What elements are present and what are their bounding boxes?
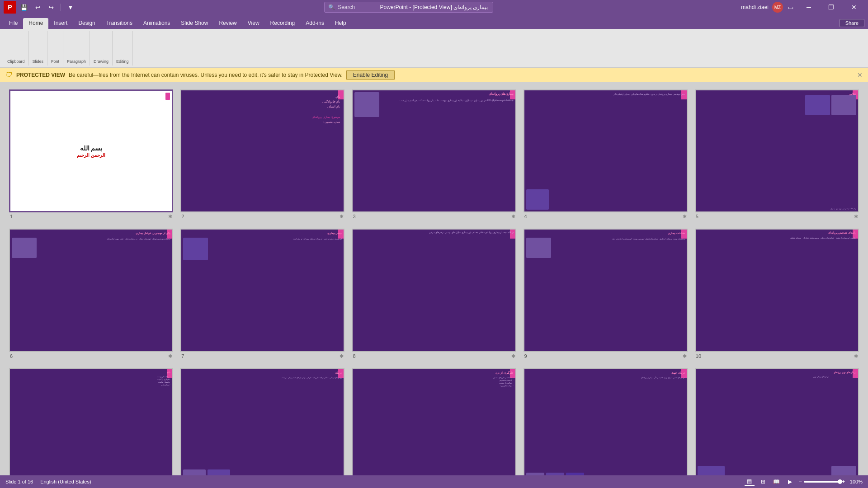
search-icon: 🔍 xyxy=(328,4,335,10)
star-mark: ✱ xyxy=(683,214,687,220)
slide1-calligraphy: بسم الله الرحمن الرحیم xyxy=(77,145,105,158)
powerpoint-icon: P xyxy=(4,1,16,14)
tab-slideshow[interactable]: Slide Show xyxy=(175,18,213,29)
slide-item[interactable]: در ادامه بحث از بیماری پروانه‌ای · علائم… xyxy=(352,229,516,359)
close-button[interactable]: ✕ xyxy=(844,0,864,14)
slide-thumbnail[interactable]: در ادامه بحث از بیماری پروانه‌ای · علائم… xyxy=(352,229,516,352)
slide-number-row: 4 ✱ xyxy=(524,214,688,220)
slide-number: 2 xyxy=(181,214,184,220)
tab-insert[interactable]: Insert xyxy=(48,18,73,29)
slide-item[interactable]: نام :نام خانوادگی :نام استاد : موضوع: بی… xyxy=(180,89,344,220)
slide-thumbnail[interactable]: متن توضیحی بیماری پروانه‌ای در مورد علائ… xyxy=(524,89,688,212)
protected-bar-close[interactable]: ✕ xyxy=(857,71,863,79)
slide-thumbnail[interactable]: جلوگیری از درد · استفاده از داروهای مسکن… xyxy=(352,368,516,475)
restore-button[interactable]: ❐ xyxy=(821,0,842,14)
tab-home[interactable]: Home xyxy=(23,18,48,29)
slide-thumbnail[interactable]: درمان‌های نوین پروانه‌ای درمان‌های ژنتیک… xyxy=(695,368,859,475)
slide-thumbnail[interactable]: راه‌های تشخیص پروانه‌ای تشخیص این بیماری… xyxy=(695,229,859,352)
zoom-in-button[interactable]: + xyxy=(842,479,845,485)
tab-view[interactable]: View xyxy=(242,18,265,29)
slide-thumbnail[interactable]: درمان جهت درمان‌های حمایتی · برای بهبود … xyxy=(524,368,688,475)
slide-sorter-button[interactable]: ⊞ xyxy=(758,478,768,486)
slide-item[interactable]: بیماری‌های پروانه‌ای E.B · (Epidermolysi… xyxy=(352,89,516,220)
slide-thumbnail[interactable]: حکایی توضیحات بیشتر در مورد این بیماری xyxy=(695,89,859,212)
slide-item[interactable]: درمان جهت درمان‌های حمایتی · برای بهبود … xyxy=(524,368,688,475)
save-button[interactable]: 💾 xyxy=(18,2,30,12)
slide-number-row: 10 ✱ xyxy=(695,353,859,359)
slide-info: Slide 1 of 16 xyxy=(5,479,33,484)
zoom-thumb xyxy=(838,479,842,484)
slides-area[interactable]: بسم الله الرحمن الرحیم 1 ✱ نام :نام خانو… xyxy=(0,82,868,475)
protected-label: PROTECTED VIEW xyxy=(16,72,65,78)
presenter-view-button[interactable]: ▶ xyxy=(785,478,795,486)
slide-thumbnail[interactable]: شناخت بیماری متخصصان پوست می‌توانند از ط… xyxy=(524,229,688,352)
status-bar-right: ▤ ⊞ 📖 ▶ − + 100% xyxy=(745,478,863,486)
slide-thumbnail[interactable]: نام :نام خانوادگی :نام استاد : موضوع: بی… xyxy=(180,89,344,212)
slide-item[interactable]: حکایی توضیحات بیشتر در مورد این بیماری 5… xyxy=(695,89,859,220)
star-mark: ✱ xyxy=(168,214,172,220)
enable-editing-button[interactable]: Enable Editing xyxy=(346,70,395,80)
font-group: Font xyxy=(47,31,63,66)
slides-grid: بسم الله الرحمن الرحیم 1 ✱ نام :نام خانو… xyxy=(9,89,859,475)
tab-recording[interactable]: Recording xyxy=(265,18,301,29)
share-button[interactable]: Share xyxy=(840,19,864,27)
slide-thumbnail[interactable]: بسم الله الرحمن الرحیم xyxy=(9,89,173,212)
slide-item[interactable]: درمان روش‌های درمانی · شامل مراقبت از زخ… xyxy=(180,368,344,475)
slide-thumbnail[interactable]: یکی از مهم‌ترین عوامل بیماری از جمله‌ی م… xyxy=(9,229,173,352)
star-mark: ✱ xyxy=(168,353,172,359)
slide-image2 xyxy=(208,469,230,475)
slide-thumbnail[interactable]: نام · مراقبت از پوست· جلوگیری از آسیب· پ… xyxy=(9,368,173,475)
slide-image xyxy=(526,238,551,258)
tab-design[interactable]: Design xyxy=(73,18,100,29)
customize-button[interactable]: ▼ xyxy=(65,2,76,12)
slide-thumbnail[interactable]: جنس بیماری این بیماری در هر دو جنس · نر … xyxy=(180,229,344,352)
slide-item[interactable]: نام · مراقبت از پوست· جلوگیری از آسیب· پ… xyxy=(9,368,173,475)
title-bar-right: mahdi ziaei MZ ▭ ─ ❐ ✕ xyxy=(741,0,864,14)
slide-item[interactable]: جلوگیری از درد · استفاده از داروهای مسکن… xyxy=(352,368,516,475)
slide-number-row: 3 ✱ xyxy=(352,214,516,220)
star-mark: ✱ xyxy=(340,353,344,359)
slide-image xyxy=(698,466,725,475)
tab-transitions[interactable]: Transitions xyxy=(101,18,138,29)
search-placeholder: Search xyxy=(338,4,355,10)
slide-thumbnail[interactable]: بیماری‌های پروانه‌ای E.B · (Epidermolysi… xyxy=(352,89,516,212)
tab-animations[interactable]: Animations xyxy=(138,18,175,29)
undo-button[interactable]: ↩ xyxy=(32,2,43,12)
zoom-slider[interactable] xyxy=(804,481,840,483)
slide-item[interactable]: راه‌های تشخیص پروانه‌ای تشخیص این بیماری… xyxy=(695,229,859,359)
status-bar: Slide 1 of 16 English (United States) ▤ … xyxy=(0,475,868,488)
zoom-out-button[interactable]: − xyxy=(799,479,802,485)
slide-image2 xyxy=(831,466,856,475)
tab-file[interactable]: File xyxy=(4,18,23,29)
clipboard-group: Clipboard xyxy=(4,31,29,66)
normal-view-button[interactable]: ▤ xyxy=(745,478,755,486)
tab-review[interactable]: Review xyxy=(213,18,242,29)
slide-item[interactable]: یکی از مهم‌ترین عوامل بیماری از جمله‌ی م… xyxy=(9,229,173,359)
slide-thumbnail[interactable]: درمان روش‌های درمانی · شامل مراقبت از زخ… xyxy=(180,368,344,475)
slide-number: 10 xyxy=(696,353,701,359)
reading-view-button[interactable]: 📖 xyxy=(772,478,782,486)
slide-number-row: 8 ✱ xyxy=(352,353,516,359)
slide-image2 xyxy=(805,95,830,115)
slide-image2 xyxy=(546,473,564,475)
title-bar-left: P 💾 ↩ ↪ ▼ xyxy=(4,1,76,14)
redo-button[interactable]: ↪ xyxy=(45,2,57,12)
slide-item[interactable]: درمان‌های نوین پروانه‌ای درمان‌های ژنتیک… xyxy=(695,368,859,475)
window-title: بیماری پروانه‌ای [Protected View] - Powe… xyxy=(380,4,488,10)
slide-number-row: 5 ✱ xyxy=(695,214,859,220)
slide-item[interactable]: بسم الله الرحمن الرحیم 1 ✱ xyxy=(9,89,173,220)
user-avatar[interactable]: MZ xyxy=(772,2,783,13)
slide-item[interactable]: جنس بیماری این بیماری در هر دو جنس · نر … xyxy=(180,229,344,359)
slides-group: Slides xyxy=(29,31,48,66)
minimize-button[interactable]: ─ xyxy=(798,0,819,14)
tab-help[interactable]: Help xyxy=(330,18,352,29)
ribbon-tabs: File Home Insert Design Transitions Anim… xyxy=(0,14,868,29)
slide-image xyxy=(526,189,549,210)
slide-number-row: 1 ✱ xyxy=(9,214,173,220)
ribbon-display-btn[interactable]: ▭ xyxy=(785,2,797,12)
protected-message: Be careful—files from the Internet can c… xyxy=(69,72,343,78)
slide-item[interactable]: متن توضیحی بیماری پروانه‌ای در مورد علائ… xyxy=(524,89,688,220)
tab-addins[interactable]: Add-ins xyxy=(300,18,330,29)
slide-item[interactable]: شناخت بیماری متخصصان پوست می‌توانند از ط… xyxy=(524,229,688,359)
star-mark: ✱ xyxy=(854,353,858,359)
